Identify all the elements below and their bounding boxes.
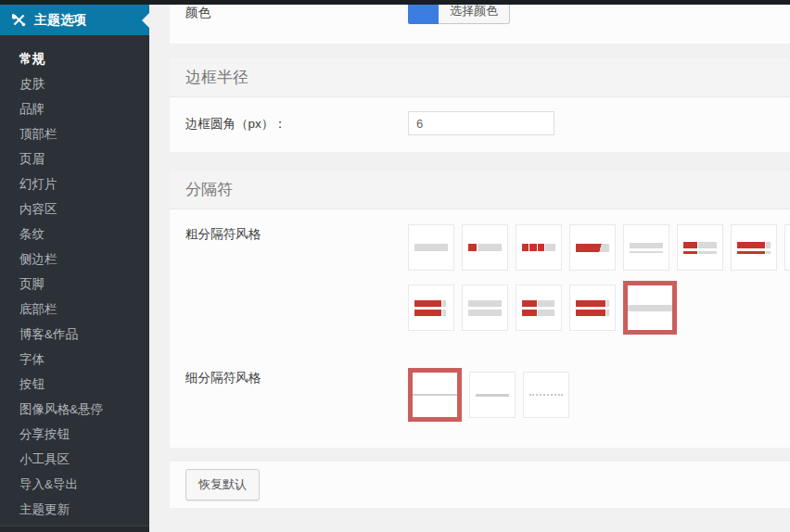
- separator-preview-line: [414, 300, 448, 307]
- color-label: 颜色: [185, 5, 408, 21]
- separator-preview-line: [522, 244, 555, 251]
- settings-content: 颜色 选择颜色 边框半径 边框圆角（px）： 分隔符 粗分隔符风格: [149, 5, 790, 532]
- theme-options-page: { "sidebar": { "title": "主题选项", "items":…: [0, 0, 790, 532]
- separator-preview-line: [476, 394, 509, 397]
- separator-style-option[interactable]: [462, 224, 508, 271]
- sidebar-item-link[interactable]: 小工具区: [0, 447, 149, 472]
- tools-icon: [12, 13, 26, 27]
- separator-style-option[interactable]: [569, 224, 616, 271]
- sidebar-item-link[interactable]: 内容区: [0, 196, 149, 222]
- sidebar-item-link[interactable]: 分享按钮: [0, 422, 149, 447]
- separator-preview-line: [628, 305, 672, 311]
- sidebar-menu: 常规皮肤品牌顶部栏页眉幻灯片内容区条纹侧边栏页脚底部栏博客&作品字体按钮图像风格…: [0, 35, 149, 522]
- separator-preview-line: [683, 251, 717, 254]
- color-panel: 颜色 选择颜色: [170, 5, 790, 44]
- sidebar-item-link[interactable]: 页眉: [0, 146, 149, 171]
- sidebar-title: 主题选项: [34, 12, 86, 29]
- sidebar-item-link[interactable]: 博客&作品: [0, 322, 149, 347]
- sidebar-item-link[interactable]: 条纹: [0, 222, 149, 247]
- separator-preview-line: [468, 310, 502, 316]
- thick-separator-label: 粗分隔符风格: [185, 224, 408, 335]
- sidebar-item-link[interactable]: 主题更新: [0, 497, 149, 522]
- color-swatch[interactable]: [408, 5, 439, 24]
- separator-preview-line: [522, 300, 555, 307]
- sidebar-item-link[interactable]: 按钮: [0, 372, 149, 397]
- separator-preview-line: [413, 394, 457, 396]
- theme-options-sidebar: 主题选项 常规皮肤品牌顶部栏页眉幻灯片内容区条纹侧边栏页脚底部栏博客&作品字体按…: [0, 5, 149, 532]
- separator-style-option-selected[interactable]: [623, 281, 677, 335]
- sidebar-item-current[interactable]: 常规: [0, 46, 149, 71]
- choose-color-button[interactable]: 选择颜色: [439, 5, 510, 24]
- current-page-arrow: [142, 13, 149, 28]
- separator-preview-line: [468, 244, 502, 251]
- sidebar-item-link[interactable]: 图像风格&悬停: [0, 397, 149, 422]
- separator-style-option[interactable]: [516, 224, 562, 271]
- border-radius-section-title: 边框半径: [170, 58, 790, 97]
- separator-style-option[interactable]: [408, 285, 454, 331]
- separator-preview-line: [630, 251, 663, 253]
- border-radius-input[interactable]: [408, 111, 554, 135]
- separator-preview-line: [737, 251, 771, 254]
- separator-style-option[interactable]: [523, 372, 569, 418]
- border-radius-panel: 边框半径 边框圆角（px）：: [170, 58, 790, 152]
- sidebar-header[interactable]: 主题选项: [0, 5, 149, 35]
- reset-panel: 恢复默认: [170, 462, 790, 508]
- sidebar-item-link[interactable]: 顶部栏: [0, 121, 149, 146]
- color-picker-control: 选择颜色: [408, 5, 510, 24]
- sidebar-item-link[interactable]: 页脚: [0, 272, 149, 297]
- separator-style-option[interactable]: [516, 285, 562, 331]
- sidebar-item-link[interactable]: 导入&导出: [0, 472, 149, 497]
- separator-preview-line: [414, 310, 448, 316]
- separator-preview-line: [414, 244, 448, 251]
- sidebar-item-link[interactable]: 底部栏: [0, 297, 149, 322]
- separator-style-option[interactable]: [569, 285, 616, 331]
- separator-preview-line: [737, 242, 771, 248]
- separator-style-option[interactable]: [677, 224, 723, 271]
- separator-style-option-selected[interactable]: [408, 368, 462, 422]
- separator-panel: 分隔符 粗分隔符风格 细分隔符风格: [170, 171, 790, 448]
- border-radius-label: 边框圆角（px）：: [185, 111, 408, 135]
- sidebar-item-link[interactable]: 字体: [0, 347, 149, 372]
- thin-separator-label: 细分隔符风格: [185, 368, 408, 422]
- separator-preview-line: [576, 244, 609, 252]
- separator-preview-line: [522, 310, 555, 316]
- thick-separator-options: [408, 224, 790, 335]
- separator-style-option[interactable]: [784, 224, 790, 271]
- separator-preview-line: [630, 243, 663, 248]
- restore-defaults-button[interactable]: 恢复默认: [185, 469, 260, 500]
- sidebar-footer-divider: [0, 526, 149, 532]
- sidebar-item-link[interactable]: 品牌: [0, 96, 149, 121]
- admin-top-bar: [0, 0, 790, 5]
- thin-separator-options: [408, 368, 569, 422]
- separator-style-option[interactable]: [462, 285, 508, 331]
- separator-style-option[interactable]: [469, 372, 516, 418]
- sidebar-item-link[interactable]: 幻灯片: [0, 171, 149, 196]
- sidebar-item-link[interactable]: 侧边栏: [0, 247, 149, 272]
- separator-preview-line: [683, 242, 717, 248]
- separator-style-option[interactable]: [408, 224, 454, 271]
- sidebar-item-link[interactable]: 皮肤: [0, 71, 149, 96]
- separator-style-option[interactable]: [623, 224, 669, 271]
- separator-section-title: 分隔符: [170, 171, 790, 209]
- separator-preview-line: [576, 300, 609, 307]
- separator-preview-line: [468, 300, 502, 307]
- separator-preview-line: [529, 394, 563, 396]
- separator-style-option[interactable]: [731, 224, 777, 271]
- separator-preview-line: [576, 310, 609, 316]
